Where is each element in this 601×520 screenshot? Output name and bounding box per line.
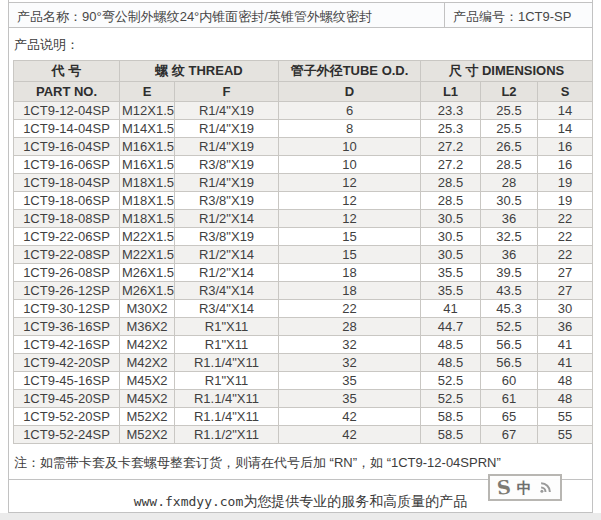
spec-value-cell: M26X1.5 <box>120 282 175 300</box>
spec-value-cell: 18 <box>279 264 421 282</box>
spec-value-cell: 39.5 <box>481 264 538 282</box>
spec-value-cell: 32 <box>279 354 421 372</box>
part-no-cell: 1CT9-16-04SP <box>14 138 120 156</box>
table-row: 1CT9-36-16SPM36X2R1"X112844.752.536 <box>14 318 593 336</box>
spec-value-cell: R3/8"X19 <box>175 228 279 246</box>
spec-value-cell: 56.5 <box>481 354 538 372</box>
translate-widget[interactable]: S 中 <box>488 474 562 501</box>
spec-value-cell: 23.3 <box>421 102 481 120</box>
spec-table: 代 号螺 纹 THREAD管子外径TUBE O.D.尺 寸 DIMENSIONS… <box>13 60 593 444</box>
table-row: 1CT9-12-04SPM12X1.5R1/4"X19623.325.514 <box>14 102 593 120</box>
spec-value-cell: 65 <box>481 408 538 426</box>
part-no-cell: 1CT9-45-16SP <box>14 372 120 390</box>
table-row: 1CT9-16-04SPM16X1.5R1/4"X191027.226.516 <box>14 138 593 156</box>
part-no-cell: 1CT9-22-08SP <box>14 246 120 264</box>
spec-value-cell: 36 <box>481 210 538 228</box>
part-no-cell: 1CT9-16-06SP <box>14 156 120 174</box>
column-header-cell: PART NO. <box>14 82 120 102</box>
table-row: 1CT9-52-20SPM52X2R1.1/4"X114258.56555 <box>14 408 593 426</box>
spec-value-cell: 27.2 <box>421 156 481 174</box>
translator-logo-icon[interactable]: S <box>496 477 512 497</box>
product-name-value: 90°弯公制外螺纹24°内锥面密封/英锥管外螺纹密封 <box>82 9 372 24</box>
product-code-value: 1CT9-SP <box>518 9 571 24</box>
spec-value-cell: 28 <box>481 174 538 192</box>
spec-value-cell: R3/8"X19 <box>175 156 279 174</box>
product-code-cell: 产品编号：1CT9-SP <box>445 3 592 27</box>
spec-value-cell: M30X2 <box>120 300 175 318</box>
spec-value-cell: R1/2"X14 <box>175 210 279 228</box>
spec-value-cell: 60 <box>481 372 538 390</box>
part-no-cell: 1CT9-45-20SP <box>14 390 120 408</box>
spec-value-cell: R3/4"X14 <box>175 282 279 300</box>
spec-value-cell: 45.3 <box>481 300 538 318</box>
footer-site-url: www.fxmdyy.com <box>134 494 244 509</box>
part-no-cell: 1CT9-26-12SP <box>14 282 120 300</box>
spec-value-cell: 35.5 <box>421 282 481 300</box>
spec-value-cell: 48 <box>538 390 593 408</box>
spec-value-cell: 55 <box>538 426 593 444</box>
spec-value-cell: 36 <box>538 318 593 336</box>
part-no-cell: 1CT9-52-20SP <box>14 408 120 426</box>
chinese-language-button[interactable]: 中 <box>517 480 532 495</box>
table-row: 1CT9-16-06SPM16X1.5R3/8"X191027.228.516 <box>14 156 593 174</box>
product-name-cell: 产品名称：90°弯公制外螺纹24°内锥面密封/英锥管外螺纹密封 <box>9 3 445 27</box>
footer-tagline: 为您提供专业的服务和高质量的产品 <box>243 493 467 509</box>
spec-value-cell: 16 <box>538 138 593 156</box>
table-row: 1CT9-18-04SPM18X1.5R1/4"X191228.52819 <box>14 174 593 192</box>
spec-value-cell: 30.5 <box>421 210 481 228</box>
table-row: 1CT9-30-12SPM30X2R3/4"X14224145.330 <box>14 300 593 318</box>
spec-value-cell: 22 <box>279 300 421 318</box>
spec-value-cell: 48.5 <box>421 336 481 354</box>
spec-value-cell: 27 <box>538 282 593 300</box>
spec-value-cell: 30.5 <box>481 192 538 210</box>
spec-value-cell: 10 <box>279 138 421 156</box>
spec-value-cell: 16 <box>538 156 593 174</box>
spec-value-cell: 67 <box>481 426 538 444</box>
column-header-cell: D <box>279 82 421 102</box>
spec-value-cell: 14 <box>538 120 593 138</box>
spec-value-cell: 36 <box>481 246 538 264</box>
part-no-cell: 1CT9-26-08SP <box>14 264 120 282</box>
spec-value-cell: 41 <box>421 300 481 318</box>
spec-value-cell: 15 <box>279 246 421 264</box>
spec-value-cell: 10 <box>279 156 421 174</box>
spec-value-cell: R3/4"X14 <box>175 300 279 318</box>
spec-value-cell: 22 <box>538 228 593 246</box>
spec-value-cell: 48 <box>538 372 593 390</box>
table-row: 1CT9-45-16SPM45X2R1"X113552.56048 <box>14 372 593 390</box>
spec-value-cell: 19 <box>538 192 593 210</box>
table-row: 1CT9-45-20SPM45X2R1.1/4"X113552.56148 <box>14 390 593 408</box>
spec-value-cell: 56.5 <box>481 336 538 354</box>
part-no-cell: 1CT9-30-12SP <box>14 300 120 318</box>
spec-value-cell: 52.5 <box>481 318 538 336</box>
spec-value-cell: R1/4"X19 <box>175 174 279 192</box>
spec-value-cell: M26X1.5 <box>120 264 175 282</box>
spec-value-cell: R1/4"X19 <box>175 138 279 156</box>
spec-value-cell: R1/4"X19 <box>175 120 279 138</box>
table-row: 1CT9-18-08SPM18X1.5R1/2"X141230.53622 <box>14 210 593 228</box>
spec-value-cell: R1"X11 <box>175 372 279 390</box>
spec-value-cell: 28.5 <box>421 174 481 192</box>
spec-value-cell: 25.5 <box>481 102 538 120</box>
product-spec-page: 产品名称：90°弯公制外螺纹24°内锥面密封/英锥管外螺纹密封 产品编号：1CT… <box>8 0 593 513</box>
spec-value-cell: 22 <box>538 210 593 228</box>
spec-value-cell: 35.5 <box>421 264 481 282</box>
group-header-cell: 尺 寸 DIMENSIONS <box>421 61 593 82</box>
part-no-cell: 1CT9-18-04SP <box>14 174 120 192</box>
spec-value-cell: 22 <box>538 246 593 264</box>
spec-value-cell: M14X1.5 <box>120 120 175 138</box>
table-column-header-row: PART NO.EFDL1L2S <box>14 82 593 102</box>
column-header-cell: L1 <box>421 82 481 102</box>
spec-value-cell: M36X2 <box>120 318 175 336</box>
product-description-label: 产品说明： <box>9 28 592 60</box>
spec-value-cell: 6 <box>279 102 421 120</box>
part-no-cell: 1CT9-42-20SP <box>14 354 120 372</box>
table-row: 1CT9-22-08SPM22X1.5R1/2"X141530.53622 <box>14 246 593 264</box>
spec-value-cell: M22X1.5 <box>120 246 175 264</box>
spec-value-cell: M12X1.5 <box>120 102 175 120</box>
spec-value-cell: 18 <box>279 282 421 300</box>
part-no-cell: 1CT9-52-24SP <box>14 426 120 444</box>
rss-feed-icon[interactable] <box>538 480 553 495</box>
spec-value-cell: 43.5 <box>481 282 538 300</box>
spec-value-cell: 28 <box>279 318 421 336</box>
